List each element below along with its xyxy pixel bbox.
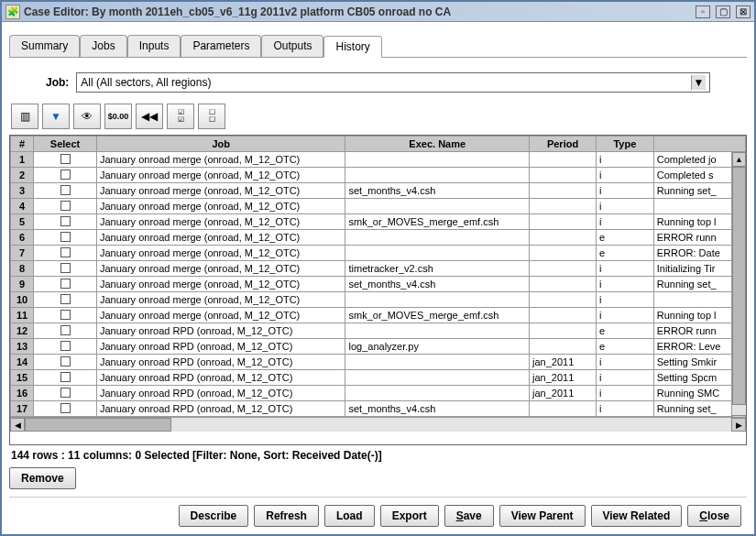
row-number: 11 — [11, 308, 34, 323]
view-parent-button[interactable]: View Parent — [499, 505, 586, 527]
cell-exec — [345, 246, 530, 261]
row-select-cell[interactable] — [34, 230, 97, 246]
row-select-cell[interactable] — [34, 214, 97, 230]
row-select-cell[interactable] — [34, 401, 97, 417]
row-select-cell[interactable] — [34, 292, 97, 308]
minimize-button[interactable]: ▫ — [696, 5, 710, 18]
load-button[interactable]: Load — [324, 505, 375, 527]
checkbox-icon[interactable] — [60, 388, 71, 398]
table-row[interactable]: 5January onroad merge (onroad, M_12_OTC)… — [11, 214, 746, 230]
maximize-button[interactable]: ▢ — [716, 5, 730, 18]
save-button[interactable]: Save — [444, 505, 494, 527]
table-row[interactable]: 1January onroad merge (onroad, M_12_OTC)… — [11, 152, 746, 168]
table-row[interactable]: 8January onroad merge (onroad, M_12_OTC)… — [11, 261, 746, 277]
table-row[interactable]: 7January onroad merge (onroad, M_12_OTC)… — [11, 246, 746, 261]
row-select-cell[interactable] — [34, 168, 97, 183]
scroll-up-icon[interactable]: ▲ — [732, 152, 746, 167]
filter-button[interactable]: ▼ — [42, 104, 70, 129]
first-button[interactable]: ◀◀ — [136, 104, 163, 129]
col-period[interactable]: Period — [529, 137, 596, 152]
cell-exec — [345, 323, 530, 339]
checkbox-icon[interactable] — [60, 216, 71, 226]
table-row[interactable]: 9January onroad merge (onroad, M_12_OTC)… — [11, 277, 746, 292]
table-row[interactable]: 4January onroad merge (onroad, M_12_OTC)… — [11, 199, 746, 214]
view-related-button[interactable]: View Related — [591, 505, 683, 527]
row-select-cell[interactable] — [34, 183, 97, 199]
checkbox-icon[interactable] — [60, 263, 71, 273]
cell-exec: set_months_v4.csh — [345, 183, 530, 199]
row-select-cell[interactable] — [34, 261, 97, 277]
close-button[interactable]: Close — [687, 505, 741, 527]
tab-parameters[interactable]: Parameters — [181, 35, 261, 57]
table-row[interactable]: 16January onroad RPD (onroad, M_12_OTC)j… — [11, 386, 746, 401]
tab-history[interactable]: History — [323, 36, 381, 58]
job-filter-select[interactable]: All (All sectors, All regions) ▼ — [76, 72, 710, 93]
format-button[interactable]: $0.00 — [104, 104, 132, 129]
table-row[interactable]: 2January onroad merge (onroad, M_12_OTC)… — [11, 168, 746, 183]
vertical-scroll-thumb[interactable] — [732, 167, 746, 405]
row-select-cell[interactable] — [34, 152, 97, 168]
checkbox-icon[interactable] — [60, 310, 71, 320]
checkbox-icon[interactable] — [60, 247, 71, 257]
table-row[interactable]: 17January onroad RPD (onroad, M_12_OTC)s… — [11, 401, 746, 417]
col-job[interactable]: Job — [96, 137, 345, 152]
table-row[interactable]: 3January onroad merge (onroad, M_12_OTC)… — [11, 183, 746, 199]
col-exec-name[interactable]: Exec. Name — [345, 137, 530, 152]
scroll-left-icon[interactable]: ◀ — [10, 418, 25, 432]
cell-job: January onroad merge (onroad, M_12_OTC) — [96, 168, 345, 183]
checkbox-icon[interactable] — [60, 232, 71, 242]
row-select-cell[interactable] — [34, 355, 97, 370]
checkbox-icon[interactable] — [60, 201, 71, 211]
vertical-scrollbar[interactable]: ▲ ▼ — [731, 152, 746, 430]
refresh-button[interactable]: Refresh — [254, 505, 319, 527]
table-row[interactable]: 14January onroad RPD (onroad, M_12_OTC)j… — [11, 355, 746, 370]
check-options-button[interactable]: ☑☑ — [167, 104, 194, 129]
cell-exec: timetracker_v2.csh — [345, 261, 530, 277]
row-select-cell[interactable] — [34, 370, 97, 386]
export-button[interactable]: Export — [380, 505, 439, 527]
row-select-cell[interactable] — [34, 199, 97, 214]
checkbox-icon[interactable] — [60, 403, 71, 413]
table-row[interactable]: 11January onroad merge (onroad, M_12_OTC… — [11, 308, 746, 323]
row-number: 12 — [11, 323, 34, 339]
table-row[interactable]: 13January onroad RPD (onroad, M_12_OTC)l… — [11, 339, 746, 355]
describe-button[interactable]: Describe — [179, 505, 249, 527]
row-select-cell[interactable] — [34, 323, 97, 339]
checkbox-icon[interactable] — [60, 185, 71, 195]
row-select-cell[interactable] — [34, 386, 97, 401]
row-select-cell[interactable] — [34, 246, 97, 261]
checkbox-icon[interactable] — [60, 294, 71, 304]
horizontal-scrollbar[interactable]: ◀ ▶ — [10, 417, 746, 432]
horizontal-scroll-thumb[interactable] — [25, 418, 171, 432]
table-header-row: # Select Job Exec. Name Period Type — [11, 137, 746, 152]
table-row[interactable]: 10January onroad merge (onroad, M_12_OTC… — [11, 292, 746, 308]
cell-exec — [345, 355, 530, 370]
close-window-button[interactable]: ⊠ — [736, 5, 751, 18]
table-row[interactable]: 6January onroad merge (onroad, M_12_OTC)… — [11, 230, 746, 246]
tab-summary[interactable]: Summary — [9, 35, 80, 57]
checkbox-icon[interactable] — [60, 170, 71, 180]
scroll-right-icon[interactable]: ▶ — [731, 418, 746, 432]
tab-jobs[interactable]: Jobs — [80, 35, 126, 57]
checkbox-icon[interactable] — [60, 372, 71, 382]
checkbox-icon[interactable] — [60, 279, 71, 289]
row-select-cell[interactable] — [34, 339, 97, 355]
col-message[interactable] — [653, 137, 745, 152]
remove-button[interactable]: Remove — [9, 467, 76, 489]
col-number[interactable]: # — [11, 137, 34, 152]
columns-button[interactable]: ▥ — [11, 104, 38, 129]
checkbox-icon[interactable] — [60, 154, 71, 164]
col-type[interactable]: Type — [597, 137, 654, 152]
uncheck-options-button[interactable]: ☐☐ — [198, 104, 225, 129]
view-button[interactable]: 👁 — [73, 104, 101, 129]
checkbox-icon[interactable] — [60, 356, 71, 366]
row-select-cell[interactable] — [34, 277, 97, 292]
table-row[interactable]: 12January onroad RPD (onroad, M_12_OTC)e… — [11, 323, 746, 339]
tab-outputs[interactable]: Outputs — [261, 35, 323, 57]
row-select-cell[interactable] — [34, 308, 97, 323]
checkbox-icon[interactable] — [60, 341, 71, 351]
checkbox-icon[interactable] — [60, 325, 71, 335]
tab-inputs[interactable]: Inputs — [127, 35, 181, 57]
table-row[interactable]: 15January onroad RPD (onroad, M_12_OTC)j… — [11, 370, 746, 386]
col-select[interactable]: Select — [34, 137, 97, 152]
